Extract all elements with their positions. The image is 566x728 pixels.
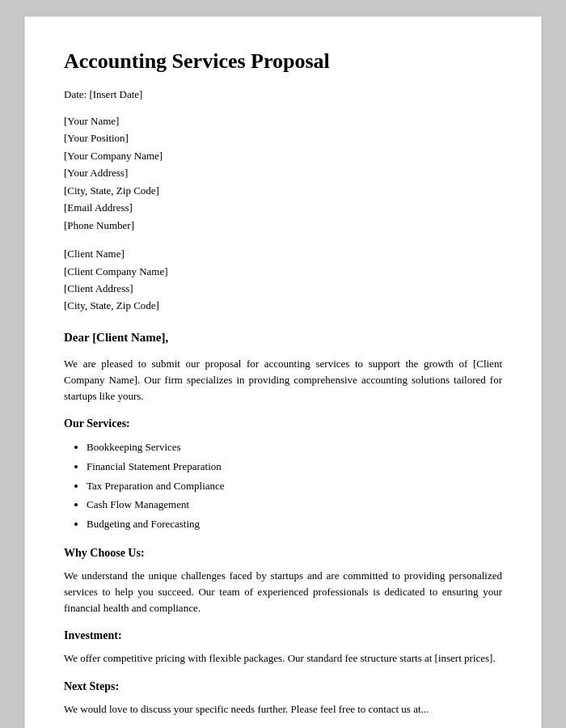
services-section: Our Services: Bookkeeping Services Finan…: [64, 417, 502, 534]
document-page: Accounting Services Proposal Date: [Inse…: [24, 16, 542, 728]
sender-city-state-zip: [City, State, Zip Code]: [64, 182, 502, 199]
list-item: Bookkeeping Services: [87, 438, 502, 457]
recipient-company: [Client Company Name]: [64, 263, 502, 280]
why-choose-heading: Why Choose Us:: [64, 547, 502, 560]
investment-heading: Investment:: [64, 629, 502, 642]
intro-paragraph: We are pleased to submit our proposal fo…: [64, 356, 502, 404]
recipient-block: [Client Name] [Client Company Name] [Cli…: [64, 245, 502, 315]
next-steps-cutoff: We would love to discuss your specific n…: [64, 701, 502, 717]
date-line: Date: [Insert Date]: [64, 88, 502, 101]
sender-company: [Your Company Name]: [64, 147, 502, 164]
why-choose-section: Why Choose Us: We understand the unique …: [64, 547, 502, 616]
recipient-address: [Client Address]: [64, 280, 502, 297]
sender-phone: [Phone Number]: [64, 217, 502, 234]
services-heading: Our Services:: [64, 417, 502, 430]
list-item: Cash Flow Management: [87, 496, 502, 514]
next-steps-section: Next Steps: We would love to discuss you…: [64, 680, 502, 717]
sender-position: [Your Position]: [64, 129, 502, 146]
list-item: Tax Preparation and Compliance: [87, 477, 502, 496]
salutation: Dear [Client Name],: [64, 331, 502, 345]
services-list: Bookkeeping Services Financial Statement…: [87, 438, 502, 534]
recipient-city-state-zip: [City, State, Zip Code]: [64, 297, 502, 314]
investment-paragraph: We offer competitive pricing with flexib…: [64, 650, 502, 667]
next-steps-heading: Next Steps:: [64, 680, 502, 693]
sender-address: [Your Address]: [64, 164, 502, 181]
sender-email: [Email Address]: [64, 199, 502, 216]
why-choose-paragraph: We understand the unique challenges face…: [64, 568, 502, 616]
sender-name: [Your Name]: [64, 112, 502, 129]
list-item: Budgeting and Forecasting: [87, 515, 502, 534]
document-title: Accounting Services Proposal: [64, 49, 502, 74]
list-item: Financial Statement Preparation: [87, 458, 502, 476]
investment-section: Investment: We offer competitive pricing…: [64, 629, 502, 667]
recipient-name: [Client Name]: [64, 245, 502, 262]
sender-block: [Your Name] [Your Position] [Your Compan…: [64, 112, 502, 234]
